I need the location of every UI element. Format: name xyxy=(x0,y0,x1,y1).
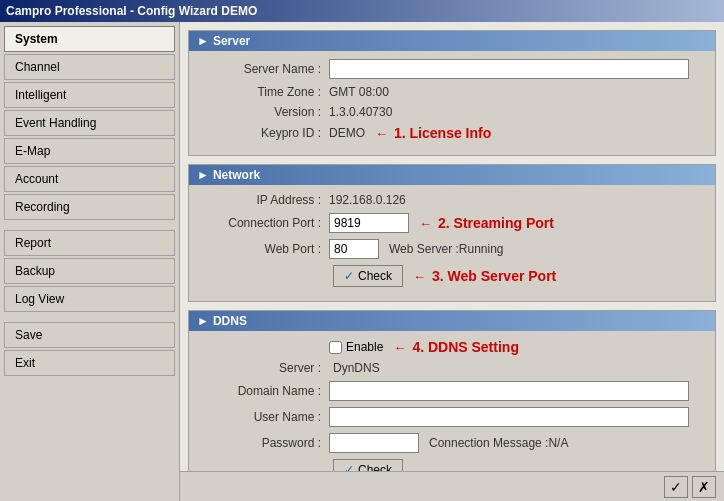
main-container: System Channel Intelligent Event Handlin… xyxy=(0,22,724,501)
ddns-annotation-text: 4. DDNS Setting xyxy=(412,339,519,355)
check-icon: ✓ xyxy=(344,269,354,283)
ddns-icon: ► xyxy=(197,314,209,328)
version-row: Version : 1.3.0.40730 xyxy=(201,105,703,119)
sidebar: System Channel Intelligent Event Handlin… xyxy=(0,22,180,501)
content-area: ► Server Server Name : Time Zone : GMT 0… xyxy=(180,22,724,501)
web-port-row: Web Port : Web Server :Running xyxy=(201,239,703,259)
ddns-user-row: User Name : xyxy=(201,407,703,427)
server-name-row: Server Name : xyxy=(201,59,703,79)
sidebar-item-channel[interactable]: Channel xyxy=(4,54,175,80)
ok-button[interactable]: ✓ xyxy=(664,476,688,498)
network-check-row: ✓ Check ← 3. Web Server Port xyxy=(201,265,703,287)
web-server-status: Web Server :Running xyxy=(389,242,504,256)
web-port-label: Web Port : xyxy=(201,242,321,256)
server-title: Server xyxy=(213,34,250,48)
sidebar-item-backup[interactable]: Backup xyxy=(4,258,175,284)
ddns-enable-row: Enable ← 4. DDNS Setting xyxy=(201,339,703,355)
license-annotation-text: 1. License Info xyxy=(394,125,491,141)
timezone-value: GMT 08:00 xyxy=(329,85,389,99)
network-check-button[interactable]: ✓ Check xyxy=(333,265,403,287)
keypro-value: DEMO xyxy=(329,126,365,140)
network-section: ► Network IP Address : 192.168.0.126 Con… xyxy=(188,164,716,302)
server-section-body: Server Name : Time Zone : GMT 08:00 Vers… xyxy=(189,51,715,155)
ddns-conn-msg: Connection Message :N/A xyxy=(429,436,568,450)
cancel-button[interactable]: ✗ xyxy=(692,476,716,498)
timezone-label: Time Zone : xyxy=(201,85,321,99)
network-section-header: ► Network xyxy=(189,165,715,185)
sidebar-item-event-handling[interactable]: Event Handling xyxy=(4,110,175,136)
ddns-section: ► DDNS Enable ← 4. DDNS Setting Server : xyxy=(188,310,716,496)
ddns-server-row: Server : DynDNS xyxy=(201,361,703,375)
version-label: Version : xyxy=(201,105,321,119)
sidebar-item-system[interactable]: System xyxy=(4,26,175,52)
ddns-domain-input[interactable] xyxy=(329,381,689,401)
streaming-annotation-arrow: ← xyxy=(419,216,432,231)
webserver-annotation-text: 3. Web Server Port xyxy=(432,268,556,284)
bottom-bar: ✓ ✗ xyxy=(180,471,724,501)
ddns-password-input[interactable] xyxy=(329,433,419,453)
ddns-server-label: Server : xyxy=(201,361,321,375)
network-section-body: IP Address : 192.168.0.126 Connection Po… xyxy=(189,185,715,301)
ddns-domain-label: Domain Name : xyxy=(201,384,321,398)
streaming-annotation-text: 2. Streaming Port xyxy=(438,215,554,231)
ddns-server-value: DynDNS xyxy=(333,361,380,375)
connection-port-input[interactable] xyxy=(329,213,409,233)
network-icon: ► xyxy=(197,168,209,182)
server-icon: ► xyxy=(197,34,209,48)
sidebar-item-e-map[interactable]: E-Map xyxy=(4,138,175,164)
sidebar-item-recording[interactable]: Recording xyxy=(4,194,175,220)
ddns-annotation-arrow: ← xyxy=(393,340,406,355)
title-bar: Campro Professional - Config Wizard DEMO xyxy=(0,0,724,22)
sidebar-item-log-view[interactable]: Log View xyxy=(4,286,175,312)
ddns-title: DDNS xyxy=(213,314,247,328)
ddns-password-row: Password : Connection Message :N/A xyxy=(201,433,703,453)
sidebar-item-exit[interactable]: Exit xyxy=(4,350,175,376)
sidebar-item-report[interactable]: Report xyxy=(4,230,175,256)
sidebar-item-account[interactable]: Account xyxy=(4,166,175,192)
ddns-user-label: User Name : xyxy=(201,410,321,424)
sidebar-item-save[interactable]: Save xyxy=(4,322,175,348)
ip-label: IP Address : xyxy=(201,193,321,207)
network-title: Network xyxy=(213,168,260,182)
server-name-label: Server Name : xyxy=(201,62,321,76)
web-port-input[interactable] xyxy=(329,239,379,259)
timezone-row: Time Zone : GMT 08:00 xyxy=(201,85,703,99)
sidebar-item-intelligent[interactable]: Intelligent xyxy=(4,82,175,108)
network-check-label: Check xyxy=(358,269,392,283)
ddns-enable-label[interactable]: Enable xyxy=(329,340,383,354)
connection-port-label: Connection Port : xyxy=(201,216,321,230)
server-section: ► Server Server Name : Time Zone : GMT 0… xyxy=(188,30,716,156)
ddns-enable-checkbox[interactable] xyxy=(329,341,342,354)
ddns-password-label: Password : xyxy=(201,436,321,450)
ddns-domain-row: Domain Name : xyxy=(201,381,703,401)
keypro-label: Keypro ID : xyxy=(201,126,321,140)
keypro-row: Keypro ID : DEMO ← 1. License Info xyxy=(201,125,703,141)
connection-port-row: Connection Port : ← 2. Streaming Port xyxy=(201,213,703,233)
ddns-enable-text: Enable xyxy=(346,340,383,354)
server-section-header: ► Server xyxy=(189,31,715,51)
ip-address-row: IP Address : 192.168.0.126 xyxy=(201,193,703,207)
ddns-user-input[interactable] xyxy=(329,407,689,427)
ddns-section-header: ► DDNS xyxy=(189,311,715,331)
ip-value: 192.168.0.126 xyxy=(329,193,406,207)
version-value: 1.3.0.40730 xyxy=(329,105,392,119)
server-name-input[interactable] xyxy=(329,59,689,79)
license-annotation-arrow: ← xyxy=(375,126,388,141)
webserver-annotation-arrow: ← xyxy=(413,269,426,284)
title-text: Campro Professional - Config Wizard DEMO xyxy=(6,4,257,18)
